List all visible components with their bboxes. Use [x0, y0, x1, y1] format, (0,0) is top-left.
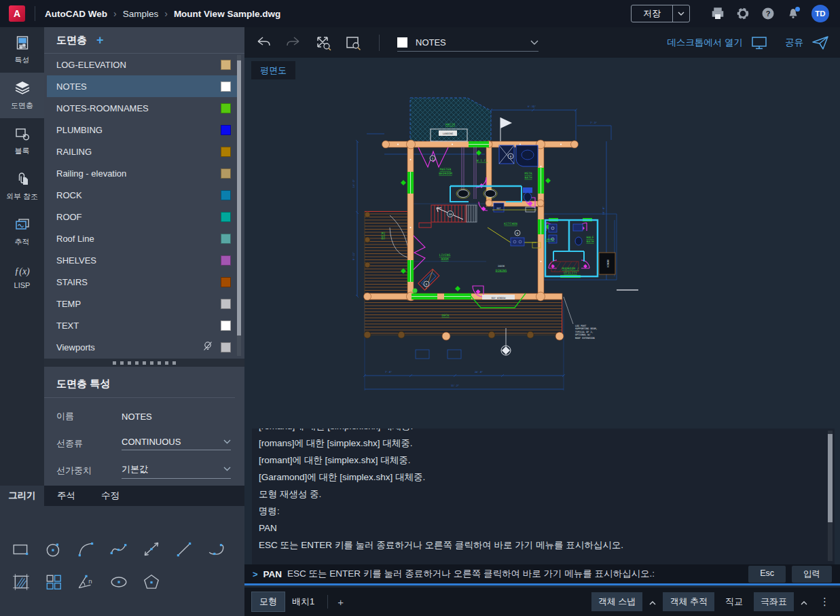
layer-row[interactable]: Railing - elevation — [47, 162, 238, 184]
breadcrumb-brand[interactable]: AutoCAD Web — [45, 9, 107, 19]
undo-icon[interactable] — [255, 35, 272, 51]
layer-color-swatch[interactable] — [221, 212, 231, 222]
share-send-icon[interactable] — [811, 35, 829, 51]
scrollbar-thumb[interactable] — [828, 434, 833, 522]
rail-item-blocks[interactable]: 블록 — [0, 118, 44, 164]
ellipse-tool-icon[interactable] — [109, 573, 128, 592]
console-scrollbar[interactable] — [828, 431, 833, 561]
rail-item-trace[interactable]: 추적 — [0, 209, 44, 255]
layer-row[interactable]: ROCK — [47, 184, 238, 206]
layer-color-swatch[interactable] — [221, 81, 231, 92]
layer-color-swatch[interactable] — [221, 321, 231, 331]
settings-gear-icon[interactable] — [736, 7, 750, 20]
layer-row[interactable]: Viewports — [47, 336, 238, 358]
layer-row[interactable]: NOTES-ROOMNAMES — [47, 97, 238, 119]
lineweight-select[interactable]: 기본값 — [122, 463, 231, 479]
redo-icon[interactable] — [285, 35, 302, 51]
print-icon[interactable] — [711, 7, 725, 20]
drawing-viewport[interactable]: 8'-1¾" 7'-3" 14'-3" 9'-11" 16'-8" 7'-6" … — [244, 58, 840, 428]
add-layer-button[interactable]: + — [96, 33, 104, 48]
layer-color-swatch[interactable] — [221, 342, 231, 352]
zoom-extents-icon[interactable] — [315, 35, 331, 51]
ortho-toggle[interactable]: 직교 — [718, 592, 750, 611]
open-in-desktop-link[interactable]: 데스크톱에서 열기 — [667, 37, 743, 49]
user-avatar[interactable]: TD — [811, 5, 829, 22]
linetype-select[interactable]: CONTINUOUS — [122, 437, 231, 450]
spline-tool-icon[interactable] — [109, 540, 128, 559]
layer-color-swatch[interactable] — [221, 147, 231, 157]
object-snap-chevron[interactable] — [646, 596, 659, 609]
circle-tool-icon[interactable] — [44, 540, 63, 559]
active-command: PAN — [263, 569, 282, 579]
notifications-bell-icon[interactable] — [786, 7, 800, 20]
breadcrumb-samples[interactable]: Samples — [123, 9, 159, 19]
measure-tool-icon[interactable]: n — [77, 573, 96, 592]
svg-text:MSTR: MSTR — [524, 172, 532, 175]
insert-block-tool-icon[interactable] — [44, 573, 63, 592]
layer-row[interactable]: TEMP — [47, 293, 238, 314]
layer-list-scrollbar[interactable] — [237, 55, 241, 356]
save-dropdown-arrow[interactable] — [672, 5, 689, 22]
enter-button[interactable]: 입력 — [792, 566, 832, 583]
blocks-icon — [14, 126, 31, 142]
layer-color-swatch[interactable] — [221, 168, 231, 179]
layer-color-swatch[interactable] — [221, 125, 231, 135]
line-tool-icon[interactable] — [175, 540, 194, 559]
hatch-tool-icon[interactable] — [12, 573, 31, 592]
polar-chevron[interactable] — [798, 596, 810, 609]
command-console[interactable]: [romand]에 대한 [simplex.shx] 대체중. [romans]… — [252, 429, 835, 564]
tab-draw[interactable]: 그리기 — [0, 486, 44, 506]
layer-row[interactable]: ROOF — [47, 206, 238, 228]
polar-toggle[interactable]: 극좌표 — [754, 592, 794, 611]
current-layer-selector[interactable]: NOTES — [397, 37, 538, 52]
desktop-monitor-icon[interactable] — [751, 35, 767, 50]
object-tracking-toggle[interactable]: 객체 추적 — [663, 592, 714, 611]
layer-color-swatch[interactable] — [221, 60, 231, 70]
layer-row[interactable]: Roof Line — [47, 228, 238, 249]
layer-row-selected[interactable]: NOTES — [47, 75, 238, 97]
model-tab[interactable]: 모형 — [252, 592, 285, 611]
layer-row[interactable]: SHELVES — [47, 249, 238, 271]
xline-tool-icon[interactable] — [142, 540, 161, 559]
rail-item-properties[interactable]: 특성 — [0, 27, 44, 73]
tools-tab-bar: 그리기 주석 수정 — [0, 486, 244, 506]
save-button[interactable]: 저장 — [632, 5, 672, 22]
zoom-window-icon[interactable] — [345, 35, 361, 51]
rail-item-xref[interactable]: 외부 참조 — [0, 164, 44, 209]
layer-row[interactable]: STAIRS — [47, 271, 238, 293]
add-layout-button[interactable]: + — [333, 596, 348, 608]
rectangle-tool-icon[interactable] — [12, 540, 31, 559]
tab-annotate[interactable]: 주석 — [44, 486, 88, 506]
object-snap-toggle[interactable]: 객체 스냅 — [591, 592, 643, 611]
layer-color-swatch[interactable] — [221, 234, 231, 244]
layer-color-swatch[interactable] — [221, 277, 231, 287]
layer-color-swatch[interactable] — [221, 255, 231, 266]
svg-text:24'-0": 24'-0" — [475, 371, 483, 374]
panel-resize-handle[interactable] — [44, 359, 244, 367]
layer-row[interactable]: RAILING — [47, 141, 238, 162]
layer-row[interactable]: TEXT — [47, 314, 238, 336]
layer-off-icon[interactable] — [203, 341, 213, 354]
svg-text:MUDROOM /: MUDROOM / — [562, 267, 579, 270]
layer-row[interactable]: PLUMBING — [47, 119, 238, 141]
statusbar-overflow-menu[interactable]: ⋮ — [814, 596, 833, 608]
tab-modify[interactable]: 수정 — [88, 486, 132, 506]
layout1-tab[interactable]: 배치1 — [285, 592, 322, 611]
statusbar-divider — [327, 595, 328, 609]
esc-button[interactable]: Esc — [748, 566, 786, 583]
layer-row[interactable]: LOG-ELEVATION — [47, 54, 238, 75]
share-link[interactable]: 공유 — [785, 37, 803, 49]
rail-item-lisp[interactable]: ƒ(x) LISP — [0, 255, 44, 300]
layer-color-swatch[interactable] — [221, 299, 231, 309]
polygon-tool-icon[interactable] — [142, 573, 161, 592]
layer-color-swatch[interactable] — [221, 190, 231, 200]
save-split-button[interactable]: 저장 — [631, 5, 690, 22]
rail-item-layers[interactable]: 도면층 — [0, 73, 44, 118]
draw-tools-panel: 그리기 주석 수정 n — [0, 486, 244, 616]
three-point-arc-tool-icon[interactable] — [207, 540, 226, 559]
layer-color-swatch[interactable] — [221, 103, 231, 113]
arc-tool-icon[interactable] — [77, 540, 96, 559]
command-input-row[interactable]: > PAN ESC 또는 ENTER 키를 눌러 종료하거나 오른쪽 클릭하여 … — [244, 564, 840, 585]
scrollbar-thumb[interactable] — [237, 60, 241, 336]
help-icon[interactable]: ? — [761, 7, 775, 20]
